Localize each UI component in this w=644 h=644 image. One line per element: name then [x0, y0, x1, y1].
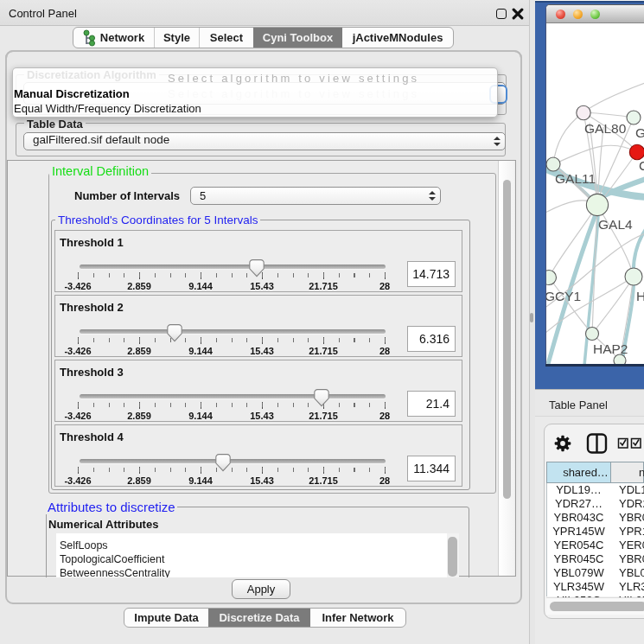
svg-text:CR: CR — [639, 158, 644, 173]
svg-text:GAL11: GAL11 — [555, 171, 596, 186]
svg-text:GCY1: GCY1 — [546, 289, 581, 303]
svg-text:HAP2: HAP2 — [593, 341, 628, 356]
svg-text:H: H — [636, 289, 644, 303]
svg-text:GAL4: GAL4 — [598, 217, 633, 232]
svg-text:GAL80: GAL80 — [584, 121, 627, 136]
svg-text:GA: GA — [635, 125, 644, 140]
